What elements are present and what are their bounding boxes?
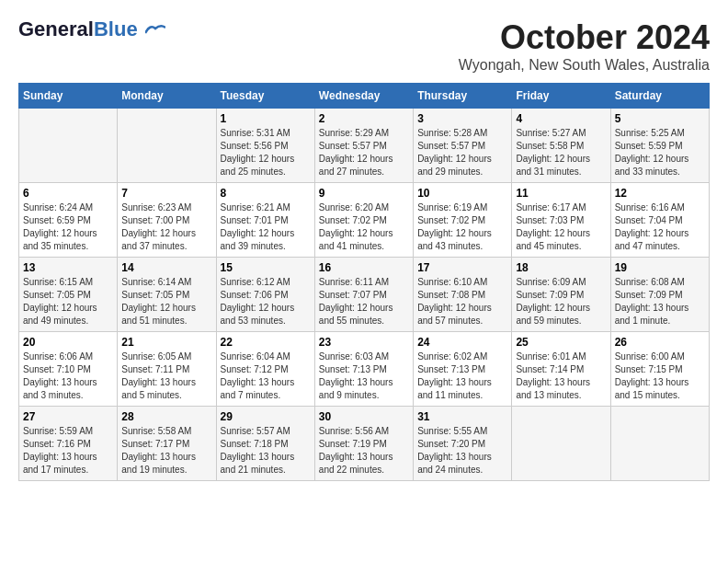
day-number: 8 <box>221 187 311 200</box>
day-info: Sunrise: 6:05 AM Sunset: 7:11 PM Dayligh… <box>121 350 211 402</box>
calendar-cell: 5Sunrise: 5:25 AM Sunset: 5:59 PM Daylig… <box>610 109 709 183</box>
calendar-cell: 26Sunrise: 6:00 AM Sunset: 7:15 PM Dayli… <box>610 332 709 407</box>
day-number: 31 <box>417 410 507 423</box>
day-number: 24 <box>417 336 507 349</box>
day-number: 29 <box>221 410 311 423</box>
calendar-cell: 7Sunrise: 6:23 AM Sunset: 7:00 PM Daylig… <box>118 183 216 258</box>
day-info: Sunrise: 6:11 AM Sunset: 7:07 PM Dayligh… <box>319 276 409 327</box>
calendar-cell: 10Sunrise: 6:19 AM Sunset: 7:02 PM Dayli… <box>414 183 512 258</box>
calendar-cell: 9Sunrise: 6:20 AM Sunset: 7:02 PM Daylig… <box>314 183 413 258</box>
day-number: 15 <box>221 261 311 274</box>
calendar-cell: 11Sunrise: 6:17 AM Sunset: 7:03 PM Dayli… <box>512 183 610 258</box>
logo-blue: Blue <box>94 17 138 40</box>
day-number: 27 <box>23 410 113 423</box>
day-info: Sunrise: 5:31 AM Sunset: 5:56 PM Dayligh… <box>221 127 311 178</box>
calendar-cell: 6Sunrise: 6:24 AM Sunset: 6:59 PM Daylig… <box>19 183 118 258</box>
calendar-cell: 31Sunrise: 5:55 AM Sunset: 7:20 PM Dayli… <box>414 407 512 481</box>
day-number: 25 <box>516 336 606 349</box>
day-info: Sunrise: 5:55 AM Sunset: 7:20 PM Dayligh… <box>417 425 507 477</box>
header-wednesday: Wednesday <box>314 84 413 109</box>
day-number: 9 <box>319 187 409 200</box>
day-number: 21 <box>121 336 211 349</box>
day-number: 22 <box>221 336 311 349</box>
calendar-cell: 28Sunrise: 5:58 AM Sunset: 7:17 PM Dayli… <box>118 407 216 481</box>
day-info: Sunrise: 6:10 AM Sunset: 7:08 PM Dayligh… <box>417 276 507 327</box>
day-info: Sunrise: 5:59 AM Sunset: 7:16 PM Dayligh… <box>23 425 113 477</box>
day-number: 26 <box>615 336 705 349</box>
calendar-cell: 17Sunrise: 6:10 AM Sunset: 7:08 PM Dayli… <box>414 258 512 332</box>
day-info: Sunrise: 5:29 AM Sunset: 5:57 PM Dayligh… <box>319 127 409 178</box>
day-info: Sunrise: 5:58 AM Sunset: 7:17 PM Dayligh… <box>121 425 211 477</box>
calendar-table: SundayMondayTuesdayWednesdayThursdayFrid… <box>18 83 710 481</box>
day-number: 19 <box>615 261 705 274</box>
day-info: Sunrise: 6:19 AM Sunset: 7:02 PM Dayligh… <box>417 201 507 253</box>
week-row-0: 1Sunrise: 5:31 AM Sunset: 5:56 PM Daylig… <box>19 109 710 183</box>
week-row-2: 13Sunrise: 6:15 AM Sunset: 7:05 PM Dayli… <box>19 258 710 332</box>
calendar-cell: 25Sunrise: 6:01 AM Sunset: 7:14 PM Dayli… <box>512 332 610 407</box>
day-info: Sunrise: 6:08 AM Sunset: 7:09 PM Dayligh… <box>615 276 705 327</box>
header-tuesday: Tuesday <box>216 84 314 109</box>
calendar-cell: 2Sunrise: 5:29 AM Sunset: 5:57 PM Daylig… <box>314 109 413 183</box>
logo-general: General <box>18 17 94 40</box>
title-block: October 2024 Wyongah, New South Wales, A… <box>459 18 710 74</box>
location-subtitle: Wyongah, New South Wales, Australia <box>459 57 710 74</box>
day-number: 17 <box>417 261 507 274</box>
day-number: 11 <box>516 187 606 200</box>
day-info: Sunrise: 6:17 AM Sunset: 7:03 PM Dayligh… <box>516 201 606 253</box>
month-title: October 2024 <box>459 18 710 57</box>
day-number: 13 <box>23 261 113 274</box>
header-thursday: Thursday <box>414 84 512 109</box>
day-info: Sunrise: 6:21 AM Sunset: 7:01 PM Dayligh… <box>221 201 311 253</box>
calendar-cell: 30Sunrise: 5:56 AM Sunset: 7:19 PM Dayli… <box>314 407 413 481</box>
week-row-3: 20Sunrise: 6:06 AM Sunset: 7:10 PM Dayli… <box>19 332 710 407</box>
day-number: 20 <box>23 336 113 349</box>
calendar-cell: 27Sunrise: 5:59 AM Sunset: 7:16 PM Dayli… <box>19 407 118 481</box>
calendar-cell: 29Sunrise: 5:57 AM Sunset: 7:18 PM Dayli… <box>216 407 314 481</box>
day-info: Sunrise: 6:01 AM Sunset: 7:14 PM Dayligh… <box>516 350 606 402</box>
calendar-cell: 20Sunrise: 6:06 AM Sunset: 7:10 PM Dayli… <box>19 332 118 407</box>
header-friday: Friday <box>512 84 610 109</box>
calendar-cell: 19Sunrise: 6:08 AM Sunset: 7:09 PM Dayli… <box>610 258 709 332</box>
day-number: 7 <box>121 187 211 200</box>
calendar-cell: 1Sunrise: 5:31 AM Sunset: 5:56 PM Daylig… <box>216 109 314 183</box>
calendar-cell: 18Sunrise: 6:09 AM Sunset: 7:09 PM Dayli… <box>512 258 610 332</box>
calendar-cell: 8Sunrise: 6:21 AM Sunset: 7:01 PM Daylig… <box>216 183 314 258</box>
day-info: Sunrise: 6:09 AM Sunset: 7:09 PM Dayligh… <box>516 276 606 327</box>
day-info: Sunrise: 6:15 AM Sunset: 7:05 PM Dayligh… <box>23 276 113 327</box>
page-header: GeneralBlue October 2024 Wyongah, New So… <box>18 18 710 74</box>
day-number: 14 <box>121 261 211 274</box>
calendar-cell <box>19 109 118 183</box>
calendar-cell: 13Sunrise: 6:15 AM Sunset: 7:05 PM Dayli… <box>19 258 118 332</box>
calendar-cell: 15Sunrise: 6:12 AM Sunset: 7:06 PM Dayli… <box>216 258 314 332</box>
day-info: Sunrise: 5:57 AM Sunset: 7:18 PM Dayligh… <box>221 425 311 477</box>
day-number: 18 <box>516 261 606 274</box>
calendar-cell: 14Sunrise: 6:14 AM Sunset: 7:05 PM Dayli… <box>118 258 216 332</box>
day-number: 16 <box>319 261 409 274</box>
calendar-cell <box>610 407 709 481</box>
day-info: Sunrise: 6:03 AM Sunset: 7:13 PM Dayligh… <box>319 350 409 402</box>
day-info: Sunrise: 6:14 AM Sunset: 7:05 PM Dayligh… <box>121 276 211 327</box>
day-info: Sunrise: 5:28 AM Sunset: 5:57 PM Dayligh… <box>417 127 507 178</box>
day-number: 10 <box>417 187 507 200</box>
calendar-cell: 16Sunrise: 6:11 AM Sunset: 7:07 PM Dayli… <box>314 258 413 332</box>
day-info: Sunrise: 6:20 AM Sunset: 7:02 PM Dayligh… <box>319 201 409 253</box>
day-info: Sunrise: 6:23 AM Sunset: 7:00 PM Dayligh… <box>121 201 211 253</box>
week-row-1: 6Sunrise: 6:24 AM Sunset: 6:59 PM Daylig… <box>19 183 710 258</box>
day-info: Sunrise: 5:27 AM Sunset: 5:58 PM Dayligh… <box>516 127 606 178</box>
day-number: 28 <box>121 410 211 423</box>
logo: GeneralBlue <box>18 18 165 40</box>
calendar-cell: 24Sunrise: 6:02 AM Sunset: 7:13 PM Dayli… <box>414 332 512 407</box>
day-info: Sunrise: 6:02 AM Sunset: 7:13 PM Dayligh… <box>417 350 507 402</box>
calendar-cell: 21Sunrise: 6:05 AM Sunset: 7:11 PM Dayli… <box>118 332 216 407</box>
day-number: 23 <box>319 336 409 349</box>
day-number: 12 <box>615 187 705 200</box>
day-number: 30 <box>319 410 409 423</box>
header-sunday: Sunday <box>19 84 118 109</box>
day-info: Sunrise: 5:56 AM Sunset: 7:19 PM Dayligh… <box>319 425 409 477</box>
logo-bird-icon <box>145 24 165 37</box>
day-number: 1 <box>221 112 311 125</box>
week-row-4: 27Sunrise: 5:59 AM Sunset: 7:16 PM Dayli… <box>19 407 710 481</box>
day-info: Sunrise: 6:12 AM Sunset: 7:06 PM Dayligh… <box>221 276 311 327</box>
calendar-cell: 4Sunrise: 5:27 AM Sunset: 5:58 PM Daylig… <box>512 109 610 183</box>
day-number: 5 <box>615 112 705 125</box>
